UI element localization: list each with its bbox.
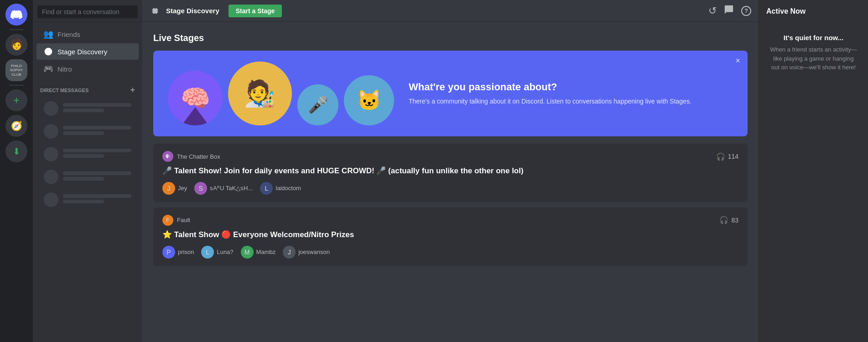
- skeleton-avatar: [44, 101, 58, 116]
- stage-card-header-2: F Fault 🎧 83: [162, 215, 738, 226]
- speaker-name-jey: Jey: [178, 185, 187, 192]
- speaker-name-laidoctom: laidoctom: [275, 185, 301, 192]
- sidebar-item-nitro[interactable]: 🎮 Nitro: [36, 61, 139, 77]
- dm-skeleton-4: [36, 166, 139, 188]
- inbox-icon[interactable]: [724, 5, 734, 17]
- illustration-circle-3: 🎤: [297, 84, 338, 125]
- server-info-chatter: 🗣 The Chatter Box: [162, 151, 220, 162]
- server-icon-discord[interactable]: [5, 4, 27, 26]
- dm-skeleton-3: [36, 143, 139, 165]
- dm-skeleton-5: [36, 189, 139, 211]
- dm-skeleton-1: [36, 98, 139, 119]
- banner-card: × 🧠 🧑‍🎨 🎤 🐱 What're you passionate about…: [153, 51, 748, 136]
- speaker-luna: L Luna?: [201, 246, 233, 259]
- history-icon[interactable]: ↺: [708, 5, 717, 17]
- header-stage-icon: [150, 5, 161, 16]
- illustration-circle-4: 🐱: [344, 75, 394, 125]
- skeleton-avatar: [44, 192, 58, 207]
- main-body: Live Stages × 🧠 🧑‍🎨 🎤 🐱 What're you pas: [142, 22, 759, 342]
- server-divider: [9, 29, 24, 30]
- friends-icon: 👥: [44, 30, 53, 39]
- nitro-label: Nitro: [57, 65, 72, 73]
- speaker-name-joeswanson: joeswanson: [298, 249, 330, 255]
- listener-count-chatter: 🎧 114: [716, 152, 738, 161]
- illustration-circle-2: 🧑‍🎨: [228, 62, 292, 125]
- server-icon-compass[interactable]: 🧭: [5, 115, 27, 137]
- skeleton-avatar: [44, 147, 58, 161]
- server-icon-philosophy[interactable]: PHILOSOPHYCLUB: [5, 59, 27, 81]
- headphone-icon: 🎧: [716, 152, 725, 161]
- server-sidebar: 🧑 PHILOSOPHYCLUB + 🧭 ⬇: [0, 0, 33, 342]
- speaker-avatar-joeswanson: J: [283, 246, 296, 259]
- search-bar: [33, 0, 142, 22]
- header-icons: ↺ ?: [708, 5, 751, 17]
- speaker-name-luna: Luna?: [217, 249, 233, 255]
- dm-header: DIRECT MESSAGES +: [33, 78, 142, 97]
- main-content: Stage Discovery Start a Stage ↺ ? Live S…: [142, 0, 759, 342]
- dm-skeleton-2: [36, 120, 139, 142]
- channel-sidebar: 👥 Friends Stage Discovery 🎮 Nitro DIRECT…: [33, 0, 142, 342]
- dm-section-label: DIRECT MESSAGES: [40, 88, 88, 93]
- main-header: Stage Discovery Start a Stage ↺ ?: [142, 0, 759, 22]
- sidebar-item-stage-discovery[interactable]: Stage Discovery: [36, 43, 139, 60]
- speaker-name-saru: ꜱAᴿU TaK△ꜱH...: [210, 185, 253, 192]
- server-avatar-fault: F: [162, 215, 173, 226]
- speaker-jey: J Jey: [162, 182, 187, 195]
- active-now-sidebar: Active Now It's quiet for now... When a …: [759, 0, 868, 342]
- speaker-laidoctom: L laidoctom: [260, 182, 301, 195]
- server-icon-add[interactable]: +: [5, 89, 27, 111]
- speaker-avatar-jey: J: [162, 182, 175, 195]
- sidebar-item-friends[interactable]: 👥 Friends: [36, 26, 139, 42]
- start-stage-button[interactable]: Start a Stage: [229, 5, 282, 17]
- help-icon[interactable]: ?: [741, 6, 751, 16]
- stage-title-fault: ⭐ Talent Show 🔴 Everyone Welcomed/Nitro …: [162, 229, 738, 240]
- speaker-prison: P prison: [162, 246, 194, 259]
- banner-heading: What're you passionate about?: [409, 81, 733, 93]
- speaker-name-mambz: Mambz: [256, 249, 276, 255]
- speaker-joeswanson: J joeswanson: [283, 246, 330, 259]
- friends-label: Friends: [57, 31, 80, 38]
- server-divider-2: [9, 85, 24, 86]
- listener-count-fault: 🎧 83: [719, 216, 738, 224]
- speaker-avatar-prison: P: [162, 246, 175, 259]
- speaker-avatar-mambz: M: [241, 246, 254, 259]
- channel-list: 👥 Friends Stage Discovery 🎮 Nitro DIRECT…: [33, 22, 142, 342]
- nitro-icon: 🎮: [44, 64, 53, 73]
- speaker-avatar-luna: L: [201, 246, 214, 259]
- header-title: Stage Discovery: [166, 7, 219, 15]
- count-chatter: 114: [728, 153, 738, 160]
- search-input[interactable]: [37, 5, 138, 18]
- speaker-mambz: M Mambz: [241, 246, 276, 259]
- banner-description: There's a community talking about it on …: [409, 97, 733, 106]
- skeleton-avatar: [44, 124, 58, 139]
- stage-title-chatter: 🎤 Talent Show! Join for daily events and…: [162, 166, 738, 176]
- server-name-fault: Fault: [177, 217, 190, 223]
- server-name-chatter: The Chatter Box: [177, 153, 220, 160]
- speaker-avatar-laidoctom: L: [260, 182, 273, 195]
- quiet-description: When a friend starts an activity—like pl…: [770, 45, 857, 72]
- section-title: Live Stages: [153, 33, 748, 43]
- banner-close-button[interactable]: ×: [735, 56, 740, 66]
- dm-add-button[interactable]: +: [130, 85, 135, 95]
- stage-card-fault[interactable]: F Fault 🎧 83 ⭐ Talent Show 🔴 Everyone We…: [153, 207, 748, 266]
- quiet-title: It's quiet for now...: [770, 34, 857, 41]
- stage-discovery-icon: [44, 47, 53, 56]
- skeleton-avatar: [44, 170, 58, 184]
- stage-discovery-label: Stage Discovery: [57, 48, 107, 56]
- headphone-icon-fault: 🎧: [719, 216, 728, 224]
- count-fault: 83: [731, 217, 738, 224]
- stage-card-chatter-box[interactable]: 🗣 The Chatter Box 🎧 114 🎤 Talent Show! J…: [153, 144, 748, 202]
- server-icon-download[interactable]: ⬇: [5, 140, 27, 162]
- server-info-fault: F Fault: [162, 215, 190, 226]
- stage-card-header-1: 🗣 The Chatter Box 🎧 114: [162, 151, 738, 162]
- stage-speakers-fault: P prison L Luna? M Mambz J joeswanson: [162, 246, 738, 259]
- speaker-avatar-saru: S: [194, 182, 207, 195]
- speaker-name-prison: prison: [178, 249, 194, 255]
- illustration-circle-1: 🧠: [168, 71, 223, 125]
- server-avatar-chatter: 🗣: [162, 151, 173, 162]
- philosophy-label: PHILOSOPHYCLUB: [10, 64, 23, 77]
- server-icon-dm[interactable]: 🧑: [5, 34, 27, 56]
- stage-speakers-chatter: J Jey S ꜱAᴿU TaK△ꜱH... L laidoctom: [162, 182, 738, 195]
- banner-text: What're you passionate about? There's a …: [394, 81, 733, 106]
- banner-illustration: 🧠 🧑‍🎨 🎤 🐱: [168, 62, 394, 125]
